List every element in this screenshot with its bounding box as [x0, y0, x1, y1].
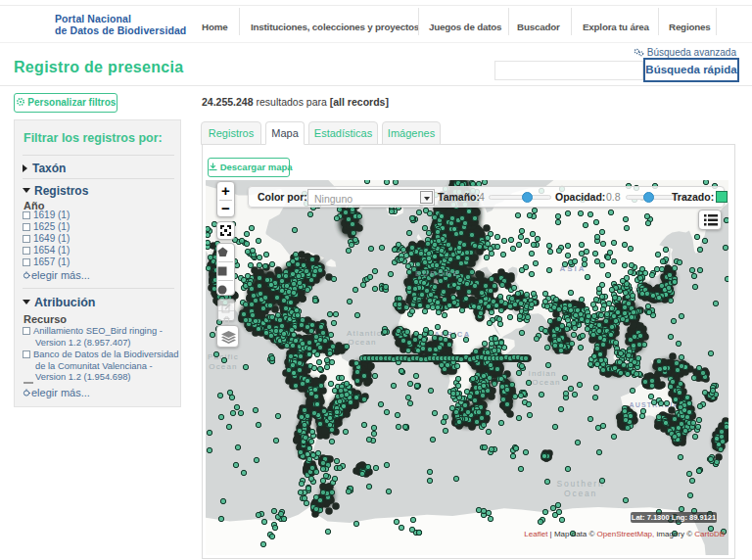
svg-text:Ocean: Ocean [532, 378, 561, 387]
svg-text:Ocean: Ocean [209, 362, 238, 371]
svg-text:Indian: Indian [529, 369, 557, 378]
svg-text:Atlantic: Atlantic [347, 329, 382, 338]
svg-text:Ocean: Ocean [348, 338, 377, 347]
svg-text:Southern: Southern [557, 479, 605, 489]
svg-text:EUROPE: EUROPE [415, 269, 460, 278]
svg-text:Ocean: Ocean [564, 489, 597, 498]
